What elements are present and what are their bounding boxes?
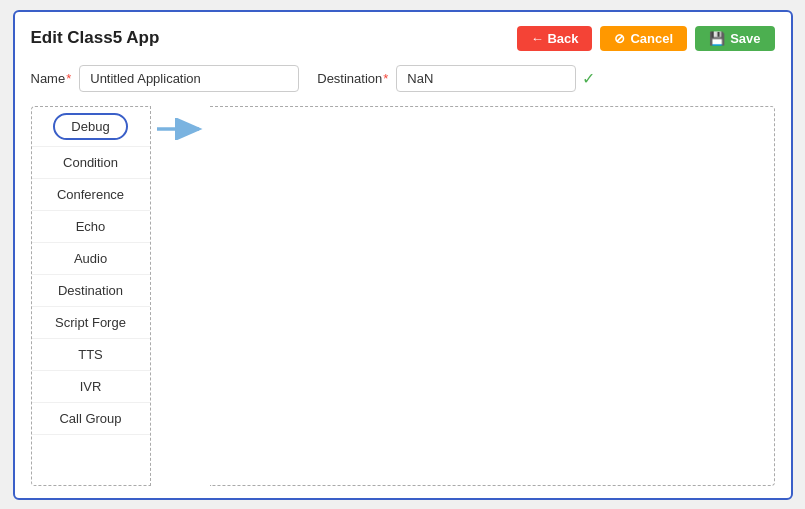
name-field-group: Name* <box>31 65 300 92</box>
sidebar-item-echo[interactable]: Echo <box>32 211 150 243</box>
body-area: Debug Condition Conference Echo Audio De… <box>31 106 775 486</box>
sidebar-item-debug[interactable]: Debug <box>32 107 150 147</box>
sidebar-item-condition[interactable]: Condition <box>32 147 150 179</box>
debug-arrow-icon <box>155 118 207 140</box>
back-button[interactable]: ← Back <box>517 26 593 51</box>
arrow-area <box>151 106 211 486</box>
save-icon: 💾 <box>709 31 725 46</box>
sidebar-item-callgroup[interactable]: Call Group <box>32 403 150 435</box>
sidebar-item-scriptforge[interactable]: Script Forge <box>32 307 150 339</box>
sidebar-item-tts[interactable]: TTS <box>32 339 150 371</box>
dest-wrapper: ✓ <box>396 65 595 92</box>
dest-field-group: Destination* ✓ <box>317 65 595 92</box>
name-label: Name* <box>31 71 72 86</box>
content-panel <box>210 106 775 486</box>
page-title: Edit Class5 App <box>31 28 160 48</box>
debug-label[interactable]: Debug <box>53 113 127 140</box>
save-button[interactable]: 💾 Save <box>695 26 774 51</box>
name-input[interactable] <box>79 65 299 92</box>
header-row: Edit Class5 App ← Back ⊘ Cancel 💾 Save <box>31 26 775 51</box>
sidebar: Debug Condition Conference Echo Audio De… <box>31 106 151 486</box>
fields-row: Name* Destination* ✓ <box>31 65 775 92</box>
cancel-button[interactable]: ⊘ Cancel <box>600 26 687 51</box>
sidebar-item-ivr[interactable]: IVR <box>32 371 150 403</box>
cancel-icon: ⊘ <box>614 31 625 46</box>
header-buttons: ← Back ⊘ Cancel 💾 Save <box>517 26 775 51</box>
sidebar-item-audio[interactable]: Audio <box>32 243 150 275</box>
dest-input[interactable] <box>396 65 576 92</box>
sidebar-item-destination[interactable]: Destination <box>32 275 150 307</box>
main-card: Edit Class5 App ← Back ⊘ Cancel 💾 Save N… <box>13 10 793 500</box>
dest-label: Destination* <box>317 71 388 86</box>
check-icon: ✓ <box>582 69 595 88</box>
sidebar-item-conference[interactable]: Conference <box>32 179 150 211</box>
